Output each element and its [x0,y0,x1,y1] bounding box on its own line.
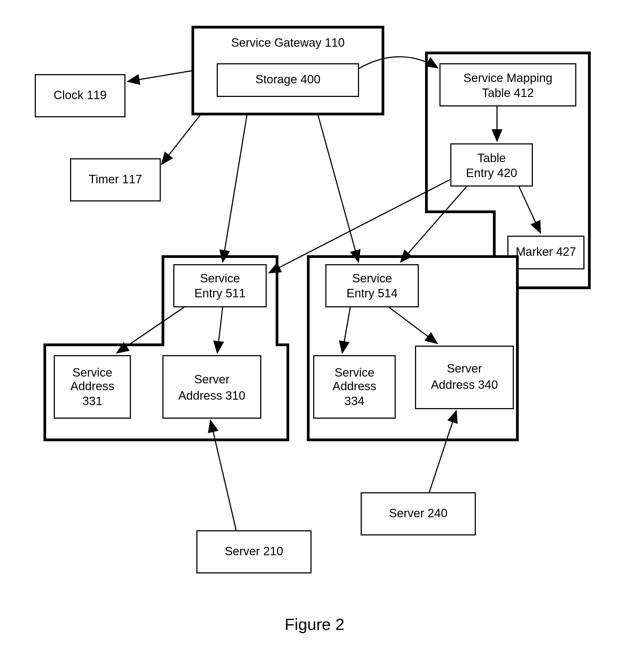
server-210-group: Server 210 [197,531,311,573]
timer-label: Timer 117 [89,172,142,186]
server-240-label: Server 240 [389,506,447,520]
service-entry-514-line1: Service [352,271,392,285]
server-240-group: Server 240 [361,493,475,535]
arrow-gateway-to-clock [127,71,193,81]
arrow-gateway-to-se514 [318,114,358,262]
marker-label: Marker 427 [516,245,576,258]
mapping-table-line1: Service Mapping [463,71,553,85]
svg-rect-9 [174,265,266,307]
service-gateway-group: Service Gateway 110 Storage 400 [193,27,383,114]
svg-rect-13 [326,265,418,307]
service-entry-511-group: Service Entry 511 Service Address 331 Se… [45,257,288,440]
service-mapping-table-group: Service Mapping Table 412 Table Entry 42… [426,53,589,288]
storage-label: Storage 400 [255,72,321,86]
svg-rect-5 [440,64,576,106]
svg-rect-11 [163,356,261,418]
figure-caption: Figure 2 [285,615,344,633]
server-addr-340-l2: Address 340 [431,378,498,391]
service-addr-331-l1: Service [72,366,112,379]
arrow-gateway-to-timer [162,114,201,164]
mapping-table-line2: Table 412 [482,86,534,99]
server-addr-310-l2: Address 310 [178,389,245,402]
service-addr-331-l3: 331 [82,394,102,408]
table-entry-line2: Entry 420 [466,166,517,179]
service-addr-334-l1: Service [334,366,374,379]
server-210-label: Server 210 [225,544,283,558]
diagram-canvas: Service Gateway 110 Storage 400 Clock 11… [0,0,629,672]
table-entry-line1: Table [477,151,506,165]
service-entry-514-line2: Entry 514 [347,286,398,300]
svg-rect-6 [451,144,532,186]
service-entry-511-line1: Service [200,271,240,285]
clock-group: Clock 119 [35,75,125,117]
service-entry-514-group: Service Entry 514 Service Address 334 Se… [308,257,517,440]
service-entry-511-line2: Entry 511 [194,286,246,300]
timer-group: Timer 117 [71,159,160,201]
svg-rect-15 [416,346,513,409]
arrow-gateway-to-se511 [223,114,247,262]
server-addr-340-l1: Server [447,362,482,375]
service-addr-331-l2: Address [70,379,114,392]
clock-label: Clock 119 [53,88,107,101]
service-addr-334-l2: Address [332,379,376,392]
service-addr-334-l3: 334 [344,394,364,408]
service-gateway-label: Service Gateway 110 [231,36,345,49]
server-addr-310-l1: Server [194,373,230,386]
